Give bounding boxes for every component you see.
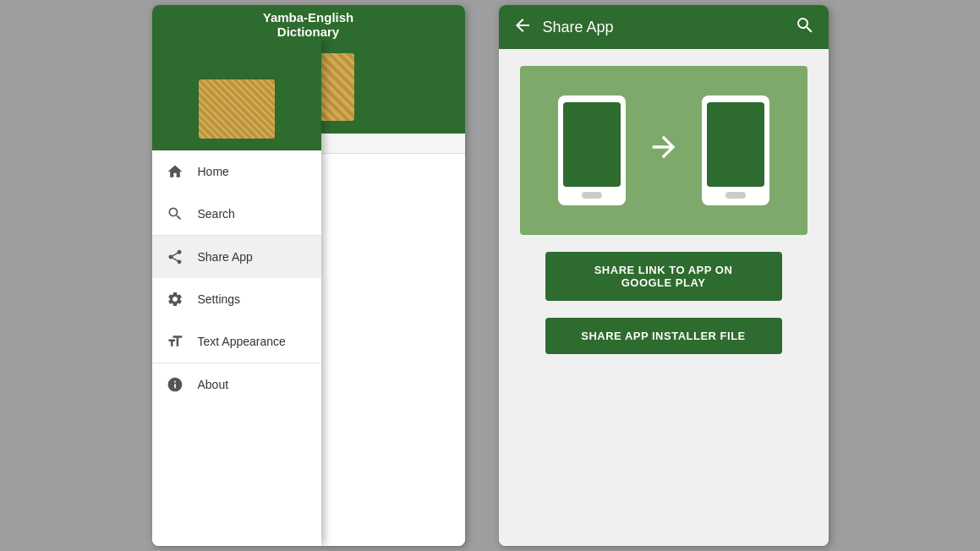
drawer-item-settings[interactable]: Settings bbox=[152, 278, 321, 320]
drawer-item-about[interactable]: About bbox=[152, 363, 321, 406]
left-phone-body: f g gh h j k Home bbox=[152, 41, 465, 546]
drawer-header bbox=[152, 41, 321, 150]
phone-button-right bbox=[725, 192, 746, 199]
drawer-item-text-appearance[interactable]: Text Appearance bbox=[152, 320, 321, 363]
drawer-about-label: About bbox=[198, 378, 229, 391]
right-phone-header: Share App bbox=[499, 5, 829, 49]
text-icon bbox=[166, 332, 184, 351]
info-icon bbox=[166, 375, 184, 394]
right-phone-body: SHARE LINK TO APP ON GOOGLE PLAY SHARE A… bbox=[499, 49, 829, 546]
back-button[interactable] bbox=[512, 15, 533, 39]
search-icon bbox=[166, 205, 184, 223]
right-phone: Share App SHARE LINK TO APP ON GOOGLE bbox=[499, 5, 829, 546]
share-illustration bbox=[520, 66, 808, 235]
navigation-drawer: Home Search Share App bbox=[152, 41, 321, 546]
search-button[interactable] bbox=[795, 15, 815, 39]
drawer-item-share[interactable]: Share App bbox=[152, 236, 321, 278]
phone-icon-left bbox=[558, 95, 626, 205]
right-phone-title: Share App bbox=[543, 19, 614, 36]
drawer-search-label: Search bbox=[198, 207, 235, 221]
drawer-home-label: Home bbox=[198, 165, 229, 178]
left-phone-header: Yamba-English Dictionary bbox=[152, 5, 465, 41]
drawer-settings-label: Settings bbox=[198, 292, 241, 306]
phone-icon-right bbox=[702, 95, 769, 205]
left-phone: Yamba-English Dictionary f g gh h j k bbox=[152, 5, 465, 546]
arrow-right-icon bbox=[643, 130, 685, 172]
share-icon bbox=[166, 248, 184, 266]
phone-button-left bbox=[582, 192, 602, 199]
phone-screen-right bbox=[707, 102, 764, 187]
share-link-button[interactable]: SHARE LINK TO APP ON GOOGLE PLAY bbox=[545, 252, 782, 301]
drawer-item-search[interactable]: Search bbox=[152, 193, 321, 235]
drawer-share-label: Share App bbox=[198, 250, 253, 264]
settings-icon bbox=[166, 290, 184, 308]
share-installer-button[interactable]: SHARE APP INSTALLER FILE bbox=[545, 318, 782, 354]
app-title: Yamba-English Dictionary bbox=[256, 5, 361, 41]
phone-screen-left bbox=[563, 102, 621, 187]
drawer-item-home[interactable]: Home bbox=[152, 150, 321, 193]
drawer-text-label: Text Appearance bbox=[198, 335, 286, 348]
drawer-basket-image bbox=[199, 79, 275, 139]
home-icon bbox=[166, 162, 184, 181]
